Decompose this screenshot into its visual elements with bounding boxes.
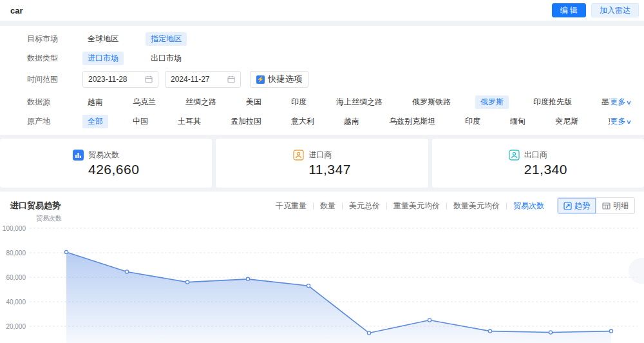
filter-options: 全部中国土耳其孟加拉国意大利越南乌兹别克斯坦印度缅甸突尼斯柬埔寨德国保加利亚葡萄… [82, 115, 610, 128]
stat-card-trades: 贸易次数 426,660 [0, 139, 212, 188]
filter-option[interactable]: 印度抢先版 [528, 95, 577, 109]
start-date-input[interactable]: 2023-11-28 [82, 71, 158, 88]
y-tick-label: 40,000 [6, 299, 26, 306]
filter-option[interactable]: 印度 [460, 115, 486, 128]
stat-value: 426,660 [88, 162, 139, 177]
filter-label: 数据源 [27, 97, 64, 108]
metric-switcher: 千克重量数量美元总价重量美元均价数量美元均价贸易次数 [269, 201, 551, 211]
table-icon [602, 202, 611, 210]
filter-row-target-market: 目标市场 全球地区指定地区 [27, 32, 631, 46]
trend-icon [564, 202, 572, 210]
filter-options: 全球地区指定地区 [82, 32, 631, 46]
top-bar: car 编 辑 加入雷达 [0, 0, 644, 21]
more-data-source-link[interactable]: 更多 ∨ [610, 97, 631, 108]
y-tick-label: 100,000 [3, 225, 26, 232]
metric-option[interactable]: 数量美元均价 [447, 201, 506, 211]
filter-option[interactable]: 美国 [241, 95, 267, 109]
data-point[interactable] [307, 284, 310, 288]
quick-options-button[interactable]: ⚡ 快捷选项 [250, 71, 308, 88]
view-toggle-trend[interactable]: 趋势 [558, 198, 596, 213]
chart-card: 进口贸易趋势 千克重量数量美元总价重量美元均价数量美元均价贸易次数 趋势明细 贸… [0, 191, 644, 343]
data-point[interactable] [428, 318, 431, 322]
filter-option[interactable]: 全部 [82, 115, 108, 128]
metric-option[interactable]: 数量 [314, 201, 342, 211]
filter-option[interactable]: 印度 [286, 95, 312, 109]
data-point[interactable] [549, 331, 552, 334]
stat-label: 贸易次数 [88, 150, 119, 161]
y-axis-label: 贸易次数 [36, 215, 62, 222]
filter-option[interactable]: 进口市场 [82, 52, 124, 65]
calendar-icon [145, 75, 153, 83]
topbar-actions: 编 辑 加入雷达 [552, 3, 639, 17]
filter-panel: 目标市场 全球地区指定地区 数据类型 进口市场出口市场 时间范围 2023-11… [0, 26, 644, 135]
filter-label: 时间范围 [27, 74, 64, 85]
data-point[interactable] [246, 277, 249, 280]
chart-header: 进口贸易趋势 千克重量数量美元总价重量美元均价数量美元均价贸易次数 趋势明细 [0, 197, 644, 214]
filter-option[interactable]: 柬埔寨 [603, 115, 610, 128]
data-point[interactable] [367, 331, 370, 335]
filter-row-data-type: 数据类型 进口市场出口市场 [27, 52, 631, 65]
view-toggle: 趋势明细 [557, 197, 635, 214]
more-origin-link[interactable]: 更多 ∨ [610, 116, 631, 127]
bar-chart-icon [73, 150, 84, 161]
stat-value: 11,347 [308, 162, 351, 177]
filter-option[interactable]: 墨西哥 [596, 95, 610, 109]
chevron-down-icon: ∨ [626, 119, 632, 125]
lightning-icon: ⚡ [256, 75, 265, 84]
edit-button[interactable]: 编 辑 [552, 3, 586, 17]
filter-option[interactable]: 突尼斯 [550, 115, 583, 128]
y-tick-label: 60,000 [6, 274, 26, 281]
y-tick-label: 80,000 [6, 250, 26, 257]
data-point[interactable] [64, 250, 68, 253]
data-point[interactable] [125, 270, 128, 273]
view-toggle-label: 明细 [613, 201, 629, 211]
filter-option[interactable]: 中国 [128, 115, 153, 128]
data-point[interactable] [488, 329, 491, 333]
filter-option[interactable]: 意大利 [286, 115, 319, 128]
importer-icon [293, 150, 304, 161]
stat-label: 出口商 [524, 150, 547, 161]
filter-options: 进口市场出口市场 [82, 52, 631, 65]
filter-option[interactable]: 俄罗斯铁路 [407, 95, 456, 109]
y-tick-label: 20,000 [6, 323, 26, 330]
filter-option[interactable]: 指定地区 [146, 32, 187, 46]
app-title: car [10, 6, 23, 15]
filter-row-origin: 原产地 全部中国土耳其孟加拉国意大利越南乌兹别克斯坦印度缅甸突尼斯柬埔寨德国保加… [27, 115, 631, 128]
more-label: 更多 [610, 116, 625, 127]
filter-option[interactable]: 全球地区 [82, 32, 124, 46]
metric-option[interactable]: 重量美元均价 [387, 201, 446, 211]
area-fill [66, 252, 611, 343]
filter-option[interactable]: 越南 [82, 95, 108, 109]
filter-option[interactable]: 土耳其 [173, 115, 206, 128]
view-toggle-detail[interactable]: 明细 [596, 198, 634, 213]
filter-row-time-range: 时间范围 2023-11-28 2024-11-27 ⚡ 快捷选项 [27, 71, 631, 88]
metric-option[interactable]: 贸易次数 [507, 201, 551, 211]
exporter-icon [509, 150, 520, 161]
stat-card-importers: 进口商 11,347 [216, 139, 428, 188]
filter-option[interactable]: 乌克兰 [128, 95, 161, 109]
filter-option[interactable]: 越南 [339, 115, 365, 128]
metric-option[interactable]: 千克重量 [269, 201, 313, 211]
add-radar-button[interactable]: 加入雷达 [591, 3, 639, 17]
filter-label: 目标市场 [27, 34, 64, 44]
more-label: 更多 [610, 97, 625, 108]
filter-option[interactable]: 缅甸 [505, 115, 531, 128]
data-point[interactable] [609, 329, 612, 333]
data-point[interactable] [185, 280, 189, 284]
filter-option[interactable]: 俄罗斯 [475, 95, 509, 109]
filter-option[interactable]: 出口市场 [146, 52, 187, 65]
start-date-value: 2023-11-28 [88, 75, 128, 84]
stat-cards: 贸易次数 426,660 进口商 11,347 出口商 21,340 [0, 139, 644, 188]
chevron-down-icon: ∨ [626, 99, 632, 106]
filter-option[interactable]: 海上丝绸之路 [331, 95, 388, 109]
calendar-icon [227, 75, 235, 83]
stat-label: 进口商 [308, 150, 332, 161]
filter-option[interactable]: 乌兹别克斯坦 [384, 115, 440, 128]
filter-option[interactable]: 孟加拉国 [225, 115, 267, 128]
filter-option[interactable]: 丝绸之路 [180, 95, 222, 109]
metric-option[interactable]: 美元总价 [343, 201, 386, 211]
stat-value: 21,340 [524, 162, 567, 177]
quick-options-label: 快捷选项 [268, 74, 302, 85]
filter-row-data-source: 数据源 越南乌克兰丝绸之路美国印度海上丝绸之路俄罗斯铁路俄罗斯印度抢先版墨西哥哈… [27, 95, 631, 109]
end-date-input[interactable]: 2024-11-27 [165, 71, 241, 88]
